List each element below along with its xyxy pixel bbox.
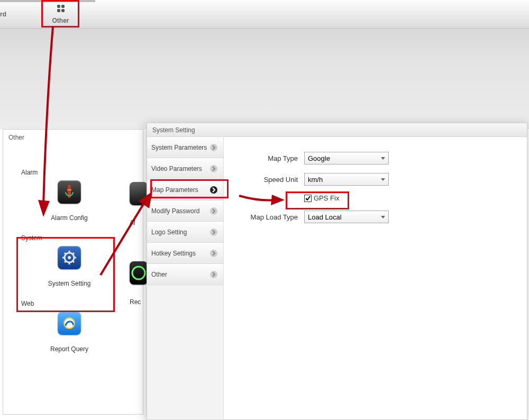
system-setting-icon [58,246,81,269]
svg-point-17 [210,144,217,151]
svg-point-16 [132,267,145,279]
peek-label-1: Al [130,219,135,226]
map-load-type-label: Map Load Type [234,213,298,221]
tile-report-query[interactable]: Report Query [35,312,104,353]
svg-rect-2 [57,9,60,12]
svg-line-12 [65,261,66,262]
chevron-right-icon [209,143,218,152]
sidebar-item-modify-password[interactable]: Modify Password [147,200,223,222]
svg-point-19 [210,186,217,194]
svg-rect-0 [57,5,60,8]
report-query-icon [58,312,81,335]
peek-icon-1[interactable] [130,182,148,205]
apps-icon [42,3,79,16]
svg-point-18 [210,165,217,172]
sidebar-item-label: Hotkey Settings [151,250,196,257]
tile-system-setting-label: System Setting [48,280,91,287]
sidebar-item-other[interactable]: Other [147,264,223,285]
tab-partial-left[interactable]: rd [0,11,6,18]
svg-point-5 [68,256,71,259]
alarm-config-icon [58,180,81,204]
map-type-select[interactable]: Google [304,152,389,165]
map-type-value: Google [308,154,330,162]
chevron-right-icon [209,207,218,215]
tile-alarm-config[interactable]: Alarm Config [35,180,104,222]
gps-fix-label: GPS Fix [314,194,339,202]
other-panel-title: Other [3,130,143,148]
sidebar-item-label: Logo Setting [151,229,187,236]
sidebar-item-map-parameters[interactable]: Map Parameters [147,179,223,200]
sidebar-item-label: System Parameters [151,144,207,151]
map-type-label: Map Type [234,154,298,162]
system-setting-title: System Setting [147,123,527,137]
sidebar-item-system-parameters[interactable]: System Parameters [147,137,223,158]
chevron-right-icon [209,228,218,236]
top-toolbar: rd Other [0,0,529,29]
svg-point-21 [210,229,217,236]
map-load-type-value: Load Local [308,213,342,221]
sidebar-item-hotkey-settings[interactable]: Hotkey Settings [147,243,223,264]
map-load-type-select[interactable]: Load Local [304,211,389,223]
chevron-right-icon [209,165,218,173]
sidebar-item-logo-setting[interactable]: Logo Setting [147,222,223,243]
speed-unit-value: km/h [308,176,323,184]
sidebar-item-label: Map Parameters [151,186,198,194]
system-setting-sidebar: System Parameters Video Parameters Map P… [147,137,224,419]
svg-rect-1 [61,5,65,8]
other-panel: Other Alarm Alarm Config System System S… [3,129,143,415]
sidebar-item-label: Other [151,271,167,278]
svg-point-23 [210,271,217,278]
toolbar-backdrop [0,29,529,129]
speed-unit-label: Speed Unit [234,176,298,184]
tile-system-setting[interactable]: System Setting [35,246,104,287]
chevron-right-icon [209,249,218,258]
section-system-title: System [21,234,143,242]
section-alarm-title: Alarm [21,169,143,176]
tile-report-query-label: Report Query [50,345,88,353]
svg-line-13 [72,253,74,254]
peek-label-2: Rec [130,298,141,306]
svg-line-10 [65,253,66,254]
tile-alarm-config-label: Alarm Config [51,214,87,222]
sidebar-item-video-parameters[interactable]: Video Parameters [147,158,223,179]
tab-other[interactable]: Other [42,0,79,26]
svg-point-22 [210,250,217,257]
map-parameters-form: Map Type Google Speed Unit km/h GPS Fix … [224,137,527,419]
sidebar-item-label: Video Parameters [151,165,202,172]
peek-icon-2[interactable] [130,261,148,285]
chevron-right-icon [209,270,218,279]
tab-other-label: Other [42,17,79,24]
gps-fix-checkbox[interactable] [304,195,312,202]
sidebar-item-label: Modify Password [151,207,199,215]
svg-rect-3 [61,9,65,12]
svg-point-20 [210,207,217,215]
speed-unit-select[interactable]: km/h [304,173,389,186]
svg-line-11 [72,261,74,262]
chevron-right-icon [209,186,218,194]
section-web-title: Web [21,300,143,307]
system-setting-window: System Setting System Parameters Video P… [147,123,527,420]
